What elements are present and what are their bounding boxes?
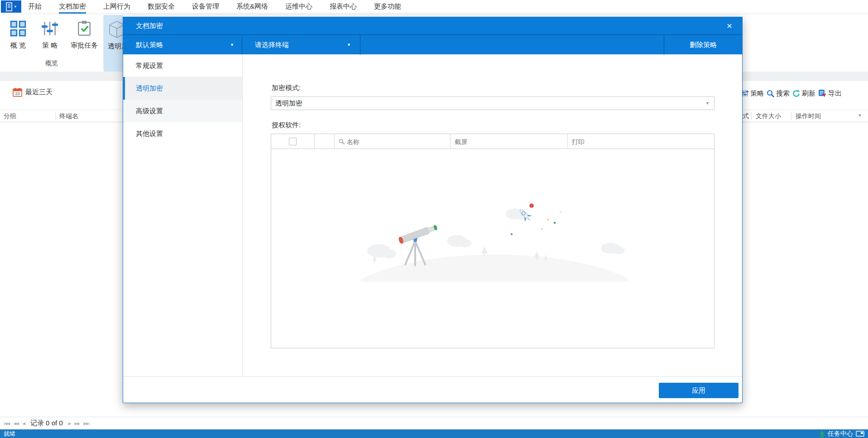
tab-data-security[interactable]: 数据安全 [148, 0, 175, 14]
column-divider [751, 112, 752, 120]
table-header-screenshot: 截屏 [451, 134, 567, 149]
search-icon [767, 90, 774, 97]
toolbar-refresh[interactable]: 刷新 [792, 89, 815, 98]
ribbon-transparent-encrypt-button[interactable]: 透明加密 [104, 15, 123, 72]
table-header-row: 名称 截屏 打印 [271, 134, 714, 149]
menu-tabs: 开始 文档加密 上网行为 数据安全 设备管理 系统&网络 运维中心 报表中心 更… [28, 0, 401, 14]
close-icon[interactable]: × [727, 20, 732, 31]
authorized-software-table: 名称 截屏 打印 [271, 134, 715, 348]
chevron-down-icon: ▼ [705, 97, 710, 110]
column-divider [55, 112, 56, 120]
policy-dropdown[interactable]: 默认策略 ▼ [123, 35, 242, 55]
tab-report-center[interactable]: 报表中心 [330, 0, 357, 14]
authorized-software-label: 授权软件: [272, 121, 301, 130]
select-all-checkbox[interactable] [289, 138, 297, 145]
encryption-mode-select[interactable]: 透明加密 ▼ [271, 96, 715, 110]
column-filter-icon[interactable]: ▼ [858, 113, 862, 118]
monitor-icon[interactable] [856, 431, 864, 437]
column-file-size[interactable]: 文件大小 [756, 112, 781, 120]
tab-device-management[interactable]: 设备管理 [192, 0, 219, 14]
last-page-icon[interactable]: ▶▶| [83, 421, 89, 426]
dialog-title: 文档加密 [136, 17, 163, 34]
svg-text:23: 23 [15, 91, 19, 96]
fast-next-icon[interactable]: ▶▶ [75, 421, 80, 426]
tab-doc-encryption[interactable]: 文档加密 [59, 0, 86, 14]
toolbar-search-label: 搜索 [776, 89, 790, 98]
toolbar-refresh-label: 刷新 [802, 89, 815, 98]
toolbar-policy-label: 策略 [750, 89, 764, 98]
tab-internet-behavior[interactable]: 上网行为 [103, 0, 130, 14]
dialog-sidebar: 常规设置 透明加密 高级设置 其他设置 [123, 54, 242, 145]
column-operation-time[interactable]: 操作时间 [796, 112, 821, 120]
tab-ops-center[interactable]: 运维中心 [285, 0, 312, 14]
column-terminal-name[interactable]: 终端名 [59, 112, 78, 120]
encryption-mode-label: 加密模式: [272, 84, 301, 92]
toolbar-search[interactable]: 搜索 [767, 89, 790, 98]
column-group[interactable]: 分组 [4, 112, 16, 120]
status-ready: 就绪 [4, 430, 15, 438]
chevron-down-icon: ▼ [14, 5, 17, 8]
refresh-icon [792, 90, 800, 97]
sidebar-item-other-settings[interactable]: 其他设置 [123, 122, 242, 145]
task-center-button[interactable]: 任务中心 [828, 430, 853, 438]
tab-start[interactable]: 开始 [28, 0, 42, 14]
calendar-icon: 23 [13, 87, 22, 97]
app-menu-button[interactable]: ▼ [1, 0, 21, 13]
search-icon [339, 139, 345, 144]
export-icon [818, 89, 826, 97]
sidebar-item-transparent-encryption[interactable]: 透明加密 [123, 77, 242, 100]
encryption-mode-value: 透明加密 [275, 99, 302, 107]
table-header-name[interactable]: 名称 [335, 134, 451, 149]
empty-state-illustration [361, 196, 628, 282]
record-count: 记录 0 of 0 [30, 419, 63, 428]
ribbon-policy-label: 策 略 [42, 41, 58, 49]
apply-button[interactable]: 应用 [659, 383, 739, 398]
list-toolbar: 策略 搜索 刷新 导出 [742, 88, 842, 98]
status-bar: 就绪 任务中心 [0, 429, 868, 438]
sliders-icon [42, 20, 58, 37]
tab-system-network[interactable]: 系统&网络 [236, 0, 268, 14]
delete-policy-button[interactable]: 删除策略 [664, 35, 742, 55]
download-arrow-icon [819, 430, 825, 437]
grid-icon [10, 20, 26, 37]
app-menu-icon [5, 2, 13, 11]
table-header-spacer [315, 134, 335, 149]
doc-encryption-dialog: 文档加密 × 默认策略 ▼ 请选择终端 ▼ 删除策略 常规设置 透明加密 高级设… [123, 17, 743, 403]
chevron-down-icon: ▼ [347, 35, 351, 55]
clipboard-check-icon [76, 20, 92, 37]
pagination-bar: |◀◀ ◀◀ ◀ 记录 0 of 0 ▶ ▶▶ ▶▶| [0, 417, 868, 429]
dialog-toolbar: 默认策略 ▼ 请选择终端 ▼ 删除策略 [123, 34, 742, 54]
first-page-icon[interactable]: |◀◀ [4, 421, 10, 426]
date-filter-recent-3-days[interactable]: 23 最近三天 [13, 87, 53, 97]
prev-page-icon[interactable]: ◀ [22, 421, 25, 426]
footer-divider [123, 376, 742, 377]
menu-bar: ▼ 开始 文档加密 上网行为 数据安全 设备管理 系统&网络 运维中心 报表中心… [0, 0, 868, 14]
ribbon-group-label: 概览 [0, 59, 103, 67]
sliders-icon [742, 90, 748, 97]
ribbon-approval-tasks-label: 审批任务 [71, 41, 98, 49]
fast-prev-icon[interactable]: ◀◀ [13, 421, 19, 426]
policy-dropdown-value: 默认策略 [136, 41, 163, 48]
sidebar-item-general-settings[interactable]: 常规设置 [123, 54, 242, 77]
screen: ▼ 开始 文档加密 上网行为 数据安全 设备管理 系统&网络 运维中心 报表中心… [0, 0, 868, 438]
column-divider [791, 112, 791, 120]
toolbar-export-label: 导出 [828, 89, 842, 98]
toolbar-export[interactable]: 导出 [818, 89, 842, 98]
terminal-dropdown-value: 请选择终端 [255, 41, 289, 48]
chevron-down-icon: ▼ [230, 35, 234, 55]
tab-more-functions[interactable]: 更多功能 [374, 0, 401, 14]
sidebar-divider [242, 54, 243, 376]
sidebar-item-advanced-settings[interactable]: 高级设置 [123, 100, 242, 122]
date-filter-label: 最近三天 [25, 88, 53, 96]
toolbar-policy[interactable]: 策略 [742, 89, 764, 98]
terminal-dropdown[interactable]: 请选择终端 ▼ [242, 35, 360, 55]
column-partial: 式 [743, 112, 749, 120]
next-page-icon[interactable]: ▶ [68, 421, 71, 426]
dialog-titlebar: 文档加密 × [123, 17, 742, 34]
table-header-print: 打印 [568, 134, 714, 149]
ribbon-overview-label: 概 览 [10, 41, 26, 49]
